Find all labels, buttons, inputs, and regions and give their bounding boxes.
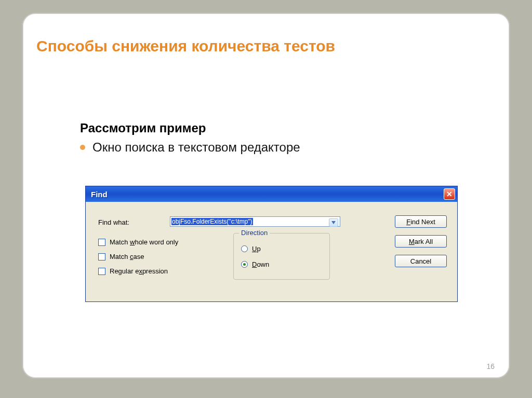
find-dialog: Find ✕ Find what: objFso.FolderExists("c… xyxy=(85,186,458,302)
page-number: 16 xyxy=(486,362,495,370)
bullet-item: Окно поиска в текстовом редакторе xyxy=(80,140,300,155)
checkbox-icon xyxy=(98,239,105,246)
find-what-value: objFso.FolderExists("c:\tmp") xyxy=(171,218,253,225)
match-case-checkbox[interactable]: Match case xyxy=(98,253,144,260)
close-button[interactable]: ✕ xyxy=(444,188,455,200)
checkbox-label: Match whole word only xyxy=(110,238,178,246)
bullet-text: Окно поиска в текстовом редакторе xyxy=(92,140,300,155)
find-next-button[interactable]: Find Next xyxy=(395,215,447,228)
direction-up-radio[interactable]: Up xyxy=(241,245,261,253)
titlebar: Find ✕ xyxy=(86,186,457,202)
radio-label: Up xyxy=(252,245,261,253)
slide-title: Способы снижения количества тестов xyxy=(36,37,335,55)
radio-icon xyxy=(241,261,248,268)
direction-down-radio[interactable]: Down xyxy=(241,260,269,268)
radio-icon xyxy=(241,245,248,252)
cancel-button[interactable]: Cancel xyxy=(395,255,447,267)
checkbox-label: Match case xyxy=(110,253,144,260)
checkbox-icon xyxy=(98,253,105,260)
checkbox-icon xyxy=(98,268,105,275)
match-whole-word-checkbox[interactable]: Match whole word only xyxy=(98,238,178,246)
mark-all-button[interactable]: Mark All xyxy=(395,235,447,248)
button-column: Find Next Mark All Cancel xyxy=(395,215,447,267)
chevron-down-icon xyxy=(331,221,336,224)
regex-checkbox[interactable]: Regular expression xyxy=(98,267,168,275)
slide-subtitle: Рассмотрим пример xyxy=(80,121,206,135)
close-icon: ✕ xyxy=(446,190,453,198)
dialog-title: Find xyxy=(91,190,108,199)
radio-label: Down xyxy=(252,260,269,268)
find-what-input[interactable]: objFso.FolderExists("c:\tmp") xyxy=(170,216,340,227)
dropdown-arrow-button[interactable] xyxy=(329,218,338,227)
direction-legend: Direction xyxy=(239,229,270,237)
dialog-body: Find what: objFso.FolderExists("c:\tmp")… xyxy=(86,202,457,301)
find-what-label: Find what: xyxy=(98,218,129,226)
slide-card: Способы снижения количества тестов Рассм… xyxy=(22,12,510,379)
bullet-dot-icon xyxy=(80,145,85,150)
direction-groupbox: Direction Up Down xyxy=(233,233,330,280)
checkbox-label: Regular expression xyxy=(110,267,168,275)
